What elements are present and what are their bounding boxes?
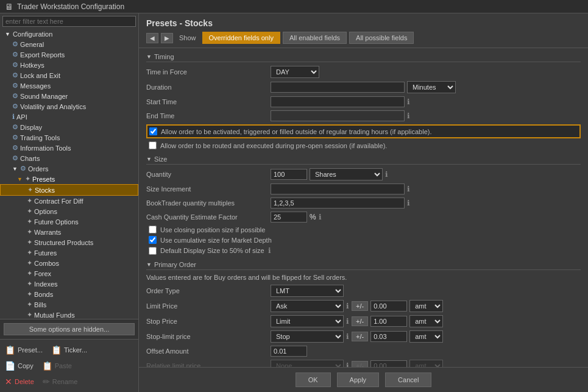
tree-forex[interactable]: ✦ Forex	[0, 268, 138, 279]
primary-order-section-header: ▼ Primary Order	[146, 261, 581, 270]
tree-charts[interactable]: ⚙ Charts	[0, 153, 138, 163]
size-section: ▼ Size Quantity Shares Lots ℹ Size Incre…	[146, 155, 581, 255]
size-increment-info-icon[interactable]: ℹ	[407, 185, 410, 193]
end-time-input[interactable]	[271, 110, 405, 121]
relative-limit-input[interactable]	[370, 360, 407, 367]
cash-qty-info-icon[interactable]: ℹ	[319, 213, 322, 221]
limit-price-info-icon[interactable]: ℹ	[346, 302, 349, 310]
stop-price-input[interactable]	[370, 316, 407, 327]
tree-configuration[interactable]: ▼ Configuration	[0, 29, 138, 39]
ticker-button[interactable]: 📋 Ticker...	[49, 344, 90, 356]
tree-future-options[interactable]: ✦ Future Options	[0, 216, 138, 227]
tree-bills[interactable]: ✦ Bills	[0, 299, 138, 310]
tree-volatility[interactable]: ⚙ Volatility and Analytics	[0, 101, 138, 112]
copy-button[interactable]: 📄 Copy	[2, 360, 36, 372]
tree-orders[interactable]: ▼ ⚙ Orders	[0, 163, 138, 174]
use-closing-checkbox[interactable]	[149, 226, 157, 233]
allow-outside-hours-checkbox[interactable]	[149, 127, 157, 135]
limit-price-input[interactable]	[370, 301, 407, 312]
tree-sound-manager[interactable]: ⚙ Sound Manager	[0, 91, 138, 101]
collapse-icon[interactable]: ▼	[146, 156, 152, 162]
preset-label: Preset...	[18, 346, 43, 354]
tree-futures[interactable]: ✦ Futures	[0, 248, 138, 258]
primary-order-section: ▼ Primary Order Values entered are for B…	[146, 261, 581, 367]
book-trader-input[interactable]	[271, 198, 405, 208]
relative-limit-select[interactable]: None	[271, 360, 344, 367]
tree-api[interactable]: ℹ API	[0, 112, 138, 122]
tree-display[interactable]: ⚙ Display	[0, 122, 138, 132]
tree-export-reports[interactable]: ⚙ Export Reports	[0, 49, 138, 60]
tree-info-tools[interactable]: ⚙ Information Tools	[0, 143, 138, 153]
allow-pre-open-checkbox[interactable]	[149, 141, 157, 149]
stop-limit-price-info-icon[interactable]: ℹ	[346, 332, 349, 341]
offset-amount-input[interactable]	[271, 346, 307, 357]
stop-price-select[interactable]: Limit Ask	[271, 315, 344, 327]
tab-all-possible-fields[interactable]: All possible fields	[349, 32, 414, 44]
quantity-info-icon[interactable]: ℹ	[385, 170, 388, 179]
tree-contract-diff[interactable]: ✦ Contract For Diff	[0, 196, 138, 206]
duration-input[interactable]	[271, 82, 405, 93]
tree-combos[interactable]: ✦ Combos	[0, 258, 138, 268]
duration-unit-select[interactable]: Minutes Seconds	[407, 81, 456, 93]
tree-mutual-funds[interactable]: ✦ Mutual Funds	[0, 310, 138, 319]
default-display-info-icon[interactable]: ℹ	[268, 246, 271, 255]
limit-price-select[interactable]: Ask Bid Last	[271, 300, 344, 312]
filter-input[interactable]	[2, 16, 136, 27]
tree-structured-products[interactable]: ✦ Structured Products	[0, 237, 138, 248]
tree-indexes[interactable]: ✦ Indexes	[0, 279, 138, 289]
paste-button[interactable]: 📋 Paste	[40, 360, 74, 372]
start-time-input[interactable]	[271, 96, 405, 107]
default-display-checkbox[interactable]	[149, 247, 157, 255]
relative-limit-pm-button[interactable]: +/-	[352, 361, 368, 367]
nav-forward-button[interactable]: ▶	[161, 33, 173, 43]
tab-all-enabled-fields[interactable]: All enabled fields	[283, 32, 347, 44]
arrow-icon: ▼	[17, 176, 23, 182]
limit-price-pm-button[interactable]: +/-	[352, 301, 368, 311]
tree-messages[interactable]: ⚙ Messages	[0, 80, 138, 91]
stop-limit-price-select[interactable]: Stop Ask	[271, 330, 344, 343]
tab-overridden-fields[interactable]: Overridden fields only	[202, 32, 280, 44]
rename-button[interactable]: ✏ Rename	[40, 376, 80, 388]
order-type-select[interactable]: LMT MKT STP	[271, 285, 344, 297]
cancel-button[interactable]: Cancel	[385, 372, 431, 387]
use-cumulative-checkbox[interactable]	[149, 236, 157, 244]
relative-limit-info-icon[interactable]: ℹ	[346, 362, 349, 367]
tree-presets[interactable]: ▼ ✦ Presets	[0, 174, 138, 184]
gear-icon: ⚙	[12, 40, 18, 48]
apply-button[interactable]: Apply	[337, 372, 380, 387]
relative-limit-unit-select[interactable]: amt	[409, 360, 443, 367]
stop-limit-price-pm-button[interactable]: +/-	[352, 332, 368, 341]
stop-limit-price-unit-select[interactable]: amt %	[409, 330, 443, 343]
end-time-info-icon[interactable]: ℹ	[407, 112, 410, 120]
limit-price-unit-select[interactable]: amt %	[409, 300, 443, 312]
collapse-icon[interactable]: ▼	[146, 54, 152, 60]
hidden-options-button[interactable]: Some options are hidden...	[4, 323, 135, 335]
delete-icon: ✕	[5, 377, 12, 387]
tree-hotkeys[interactable]: ⚙ Hotkeys	[0, 60, 138, 70]
time-in-force-select[interactable]: DAY GTC IOC	[271, 66, 319, 78]
tree-options[interactable]: ✦ Options	[0, 206, 138, 216]
tree-lock-exit[interactable]: ⚙ Lock and Exit	[0, 70, 138, 80]
tree-warrants[interactable]: ✦ Warrants	[0, 227, 138, 237]
delete-button[interactable]: ✕ Delete	[2, 376, 37, 388]
quantity-input[interactable]	[271, 169, 307, 180]
book-trader-info-icon[interactable]: ℹ	[407, 199, 410, 207]
tree-bonds[interactable]: ✦ Bonds	[0, 289, 138, 299]
cash-qty-input[interactable]	[271, 212, 307, 223]
stop-price-label: Stop Price	[146, 318, 268, 325]
ok-button[interactable]: OK	[296, 372, 331, 387]
stop-limit-price-input[interactable]	[370, 331, 407, 342]
preset-button[interactable]: 📋 Preset...	[2, 344, 45, 356]
tree-stocks[interactable]: ✦ Stocks	[0, 184, 138, 196]
stop-price-pm-button[interactable]: +/-	[352, 316, 368, 326]
collapse-icon[interactable]: ▼	[146, 262, 152, 268]
order-note: Values entered are for Buy orders and wi…	[146, 274, 581, 281]
quantity-unit-select[interactable]: Shares Lots	[310, 168, 383, 180]
size-increment-input[interactable]	[271, 184, 405, 194]
nav-back-button[interactable]: ◀	[146, 33, 158, 43]
tree-general[interactable]: ⚙ General	[0, 39, 138, 49]
start-time-info-icon[interactable]: ℹ	[407, 98, 410, 106]
stop-price-unit-select[interactable]: amt %	[409, 315, 443, 327]
tree-trading-tools[interactable]: ⚙ Trading Tools	[0, 132, 138, 143]
stop-price-info-icon[interactable]: ℹ	[346, 317, 349, 326]
